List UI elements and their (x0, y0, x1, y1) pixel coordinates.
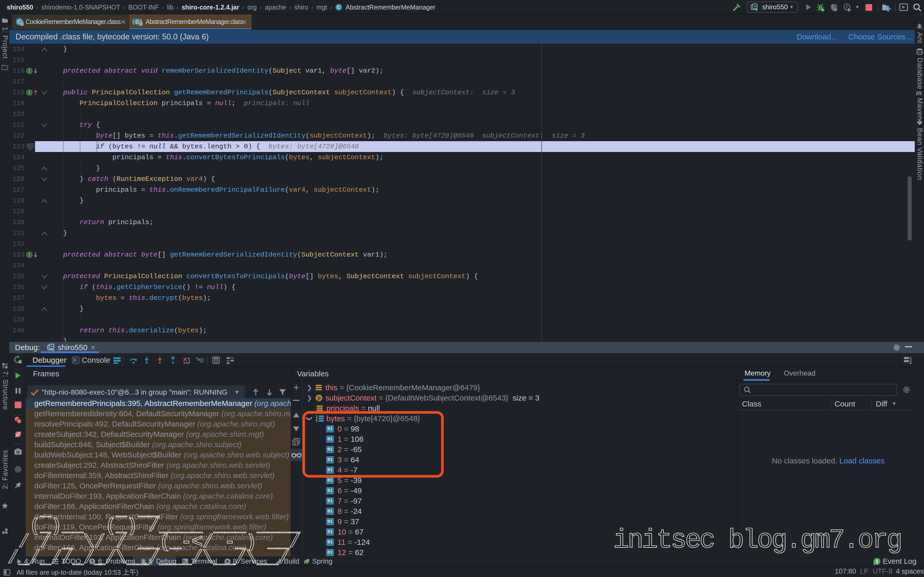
svg-text:I: I (28, 69, 31, 74)
svg-text:C: C (135, 19, 139, 24)
svg-text:I: I (28, 253, 31, 258)
svg-text:I: I (28, 91, 31, 95)
svg-text:C: C (337, 5, 341, 10)
